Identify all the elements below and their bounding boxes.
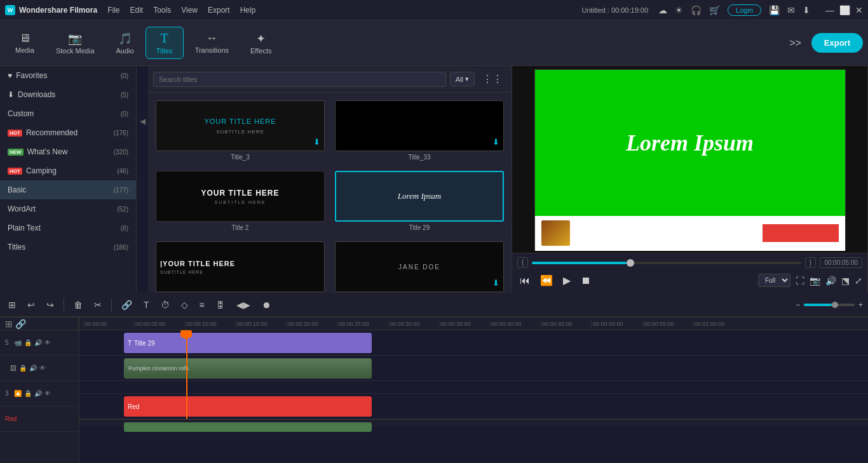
menu-bar: File Edit Tools View Export Help — [107, 6, 255, 15]
track-video-lock[interactable]: 🔒 — [19, 365, 27, 372]
sidebar-item-whats-new[interactable]: NEW What's New (320) — [0, 142, 136, 161]
audio-mix-button[interactable]: 🎛 — [213, 298, 228, 312]
delete-button[interactable]: 🗑 — [71, 298, 86, 312]
stop-button[interactable]: ⏹ — [578, 272, 593, 289]
menu-file[interactable]: File — [107, 6, 119, 15]
menu-edit[interactable]: Edit — [130, 6, 143, 15]
tool-titles[interactable]: T Titles — [146, 27, 184, 59]
timeline-content[interactable]: 00:00:00 00:00:05:00 00:00:10:00 00:00:1… — [79, 318, 868, 463]
tool-audio[interactable]: 🎵 Audio — [106, 28, 144, 58]
tool-transitions[interactable]: ↔ Transitions — [185, 28, 239, 58]
cart-icon[interactable]: 🛒 — [709, 5, 720, 15]
zoom-thumb[interactable] — [832, 302, 838, 308]
step-back-button[interactable]: ⏮ — [517, 272, 532, 289]
sidebar-item-camping[interactable]: HOT Camping (46) — [0, 161, 136, 180]
menu-export[interactable]: Export — [208, 6, 230, 15]
track-video-icon[interactable]: 🖼 — [10, 365, 17, 372]
close-button[interactable]: ✕ — [855, 5, 863, 15]
title-card-title3[interactable]: YOUR TITLE HERE SUBTITLE HERE ⬇ Title_3 — [151, 95, 330, 166]
sidebar-item-downloads[interactable]: ⬇ Downloads (5) — [0, 85, 136, 104]
title-card-credit5[interactable]: JANE DOE ⬇ Credit 5 — [330, 236, 509, 293]
minimize-button[interactable]: — — [825, 5, 834, 15]
link-tracks-button[interactable]: 🔗 — [15, 319, 26, 329]
mail-icon[interactable]: ✉ — [787, 5, 795, 15]
progress-thumb[interactable] — [627, 259, 634, 267]
title3-download-icon[interactable]: ⬇ — [313, 137, 320, 147]
filter-dropdown[interactable]: All ▾ — [450, 72, 475, 86]
cut-button[interactable]: ✂ — [91, 298, 105, 312]
menu-view[interactable]: View — [181, 6, 198, 15]
track-3-icon[interactable]: 🔼 — [14, 390, 22, 397]
grid-view-button[interactable]: ⋮⋮ — [478, 71, 506, 87]
expand-toolbar-button[interactable]: >> — [785, 34, 805, 53]
export-button[interactable]: Export — [811, 33, 863, 53]
track-visibility-icon[interactable]: 📹 — [14, 339, 22, 346]
link-button[interactable]: 🔗 — [118, 298, 135, 312]
tool-media[interactable]: 🖥 Media — [5, 28, 44, 58]
zoom-track[interactable] — [804, 304, 855, 306]
maximize-button[interactable]: ⬜ — [839, 5, 850, 15]
record-button[interactable]: ⏺ — [259, 298, 274, 312]
video-clip[interactable]: Pumpkin cinnamon rolls — [124, 358, 372, 379]
track-3-lock[interactable]: 🔒 — [24, 390, 32, 397]
play-button[interactable]: ▶ — [560, 272, 573, 289]
add-track-button[interactable]: ⊞ — [5, 319, 13, 329]
audio-icon[interactable]: 🔊 — [825, 276, 836, 286]
track-3-mute[interactable]: 🔊 — [34, 390, 42, 397]
zoom-in-icon[interactable]: + — [858, 300, 863, 309]
output-icon[interactable]: ⬔ — [841, 276, 850, 286]
video-clip-label: Pumpkin cinnamon rolls — [128, 365, 189, 372]
lorem-ipsum-text: Lorem Ipsum — [626, 130, 754, 156]
tool-stock-media[interactable]: 📷 Stock Media — [46, 28, 105, 58]
text-button[interactable]: T — [140, 298, 153, 312]
title-card-title2[interactable]: YOUR TITLE HERE SUBTITLE HERE Title 2 — [151, 166, 330, 236]
track-mute-icon[interactable]: 🔊 — [34, 339, 42, 346]
quality-select[interactable]: Full — [758, 274, 790, 287]
track-video-eye[interactable]: 👁 — [39, 365, 46, 372]
screenshot-icon[interactable]: 📷 — [810, 276, 820, 286]
title-card-title1[interactable]: |YOUR TITLE HERE SUBTITLE HERE Title 1 — [151, 236, 330, 293]
sidebar-item-wordart[interactable]: WordArt (52) — [0, 199, 136, 218]
sidebar-item-titles[interactable]: Titles (186) — [0, 238, 136, 257]
transition-button[interactable]: ◀▶ — [233, 298, 254, 312]
menu-tools[interactable]: Tools — [153, 6, 171, 15]
progress-track[interactable] — [532, 262, 801, 264]
sidebar-item-recommended[interactable]: HOT Recommended (176) — [0, 123, 136, 142]
track-eye-icon[interactable]: 👁 — [44, 339, 51, 346]
credit5-download-icon[interactable]: ⬇ — [492, 278, 499, 288]
rewind-button[interactable]: ⏪ — [538, 272, 555, 289]
redo-button[interactable]: ↪ — [43, 298, 57, 312]
track-video-mute[interactable]: 🔊 — [29, 365, 37, 372]
title-card-title33[interactable]: ⬇ Title_33 — [330, 95, 509, 166]
track-lock-icon[interactable]: 🔒 — [24, 339, 32, 346]
keyframe-button[interactable]: ◇ — [178, 298, 191, 312]
filter-button[interactable]: ≡ — [196, 298, 208, 312]
cloud-icon[interactable]: ☁ — [658, 5, 667, 15]
track-3-eye[interactable]: 👁 — [44, 390, 51, 397]
sidebar-item-custom[interactable]: Custom (0) — [0, 104, 136, 123]
tool-effects[interactable]: ✦ Effects — [240, 28, 281, 58]
search-input[interactable] — [153, 72, 446, 87]
red-clip[interactable]: Red — [124, 396, 372, 417]
title29-clip[interactable]: T Title 29 — [124, 333, 372, 353]
title33-download-icon[interactable]: ⬇ — [492, 137, 499, 147]
red-inner-clip[interactable] — [124, 422, 372, 432]
expand-icon[interactable]: ⤢ — [855, 276, 862, 286]
save-icon[interactable]: 💾 — [769, 5, 780, 15]
scene-detect-button[interactable]: ⊞ — [5, 298, 19, 312]
fullscreen-icon[interactable]: ⛶ — [796, 276, 804, 286]
zoom-out-icon[interactable]: − — [796, 300, 800, 309]
sidebar-item-basic[interactable]: Basic (177) — [0, 180, 136, 199]
panel-collapse-button[interactable]: ◀ — [137, 66, 148, 293]
download-icon[interactable]: ⬇ — [803, 5, 810, 15]
speed-button[interactable]: ⏱ — [158, 298, 173, 312]
sun-icon[interactable]: ☀ — [675, 5, 683, 15]
whats-new-badge: NEW — [8, 149, 24, 156]
sidebar-item-favorites[interactable]: ♥ Favorites (0) — [0, 66, 136, 85]
login-button[interactable]: Login — [728, 4, 761, 16]
sidebar-item-plain-text[interactable]: Plain Text (8) — [0, 218, 136, 238]
menu-help[interactable]: Help — [240, 6, 256, 15]
title-card-title29[interactable]: Lorem Ipsum Title 29 — [330, 166, 509, 236]
undo-button[interactable]: ↩ — [24, 298, 38, 312]
headphone-icon[interactable]: 🎧 — [691, 5, 702, 15]
